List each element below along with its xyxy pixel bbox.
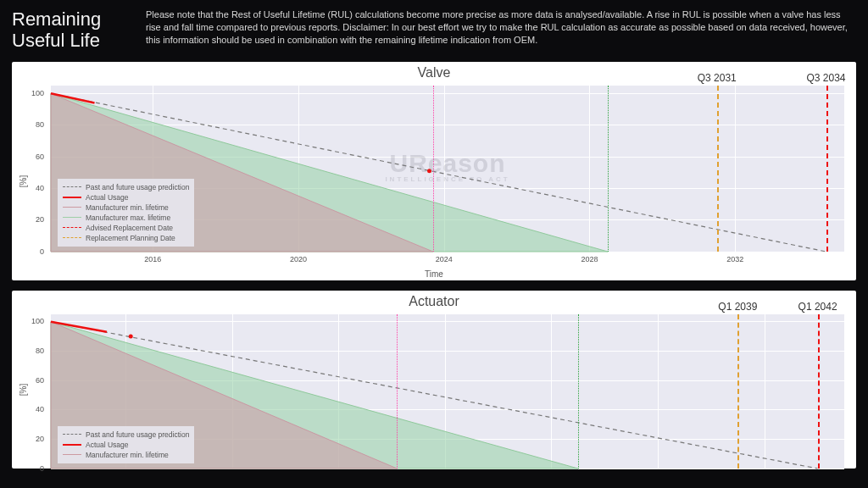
y-tick: 60 bbox=[36, 152, 44, 161]
y-tick: 60 bbox=[36, 376, 44, 385]
y-tick: 20 bbox=[36, 215, 44, 224]
legend-label: Past and future usage prediction bbox=[86, 183, 189, 191]
legend-item: Manufacturer min. lifetime bbox=[63, 450, 189, 460]
page-description: Please note that the Rest of Useful Life… bbox=[146, 8, 856, 47]
actuator-ylabel: [%] bbox=[19, 383, 28, 395]
y-tick: 20 bbox=[36, 435, 44, 443]
vline-pink-dot bbox=[433, 86, 434, 252]
legend-item: Manufacturer min. lifetime bbox=[63, 202, 189, 213]
vline-amber-dash bbox=[717, 86, 719, 252]
legend-item: Manufacturer max. lifetime bbox=[63, 213, 189, 223]
y-tick: 80 bbox=[36, 347, 44, 355]
legend-item: Past and future usage prediction bbox=[63, 182, 189, 192]
header: Remaining Useful Life Please note that t… bbox=[0, 0, 868, 62]
legend-swatch bbox=[63, 227, 81, 228]
vline-pink-dot bbox=[397, 314, 398, 469]
svg-point-1 bbox=[129, 334, 133, 338]
y-tick: 0 bbox=[40, 247, 44, 256]
valve-panel: Valve [%] Q3 2031Q3 2034UReasonINTELLIGE… bbox=[12, 62, 856, 280]
legend: Past and future usage predictionActual U… bbox=[58, 179, 194, 247]
legend-swatch bbox=[63, 434, 81, 435]
legend-label: Manufacturer min. lifetime bbox=[86, 203, 169, 212]
vline-red-dash bbox=[818, 314, 820, 469]
legend-swatch bbox=[63, 186, 81, 187]
valve-plot[interactable]: Q3 2031Q3 2034UReasonINTELLIGENCE TO ACT… bbox=[51, 86, 844, 252]
legend-item: Actual Usage bbox=[63, 192, 189, 202]
date-annotation: Q1 2039 bbox=[718, 301, 757, 313]
x-tick: 2024 bbox=[436, 255, 453, 263]
y-tick: 100 bbox=[31, 317, 44, 325]
valve-xlabel: Time bbox=[425, 269, 443, 279]
legend-item: Actual Usage bbox=[63, 440, 189, 450]
legend-label: Advised Replacement Date bbox=[86, 224, 173, 232]
svg-point-0 bbox=[427, 169, 431, 173]
legend-label: Past and future usage prediction bbox=[86, 430, 189, 439]
y-tick: 100 bbox=[31, 89, 44, 97]
y-tick: 40 bbox=[36, 405, 44, 413]
legend-swatch bbox=[63, 454, 81, 455]
y-tick: 40 bbox=[36, 184, 44, 192]
valve-plot-wrap: [%] Q3 2031Q3 2034UReasonINTELLIGENCE TO… bbox=[12, 82, 856, 280]
y-tick: 80 bbox=[36, 120, 44, 129]
legend-label: Replacement Planning Date bbox=[86, 234, 175, 242]
legend-swatch bbox=[63, 197, 81, 198]
actuator-plot[interactable]: Q1 2039Q1 2042Past and future usage pred… bbox=[51, 314, 844, 469]
x-tick: 2016 bbox=[144, 255, 161, 263]
actuator-plot-wrap: [%] Q1 2039Q1 2042Past and future usage … bbox=[12, 311, 856, 469]
page-title: Remaining Useful Life bbox=[12, 8, 131, 52]
legend-label: Actual Usage bbox=[86, 193, 129, 202]
legend-swatch bbox=[63, 207, 81, 208]
legend: Past and future usage predictionActual U… bbox=[58, 426, 194, 463]
legend-label: Actual Usage bbox=[86, 441, 129, 449]
vline-green-dot bbox=[578, 314, 579, 469]
legend-item: Past and future usage prediction bbox=[63, 430, 189, 440]
x-tick: 2032 bbox=[726, 255, 743, 263]
legend-item: Replacement Planning Date bbox=[63, 233, 189, 243]
date-annotation: Q1 2042 bbox=[798, 301, 837, 313]
legend-swatch bbox=[63, 217, 81, 218]
date-annotation: Q3 2031 bbox=[698, 72, 737, 84]
legend-swatch bbox=[63, 237, 81, 238]
legend-item: Advised Replacement Date bbox=[63, 223, 189, 233]
x-tick: 2028 bbox=[581, 255, 598, 263]
legend-label: Manufacturer min. lifetime bbox=[86, 451, 169, 459]
vline-green-dot bbox=[608, 86, 609, 252]
vline-amber-dash bbox=[737, 314, 739, 469]
date-annotation: Q3 2034 bbox=[807, 72, 846, 84]
actuator-panel: Actuator [%] Q1 2039Q1 2042Past and futu… bbox=[12, 291, 856, 469]
valve-ylabel: [%] bbox=[19, 175, 28, 186]
legend-label: Manufacturer max. lifetime bbox=[86, 214, 170, 222]
legend-swatch bbox=[63, 444, 81, 446]
x-tick: 2020 bbox=[290, 255, 307, 263]
vline-red-dash bbox=[826, 86, 828, 252]
y-tick: 0 bbox=[40, 464, 44, 473]
